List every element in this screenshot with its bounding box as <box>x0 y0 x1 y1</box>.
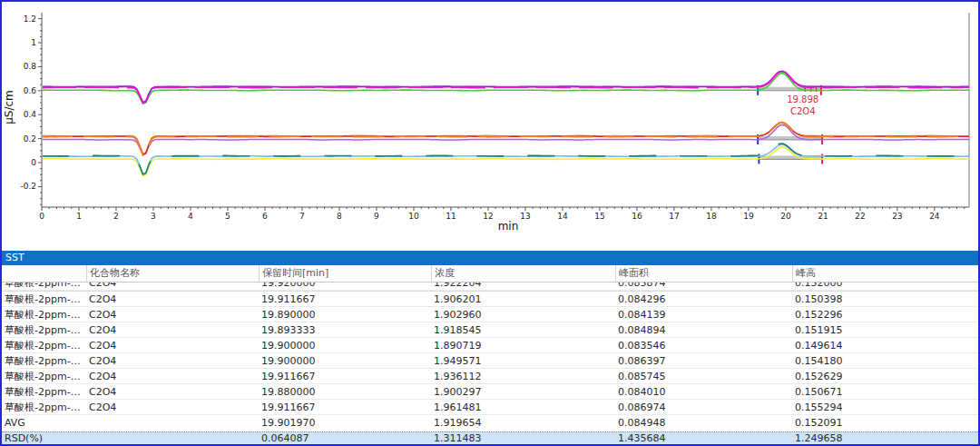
x-tick-label: 7 <box>299 212 305 221</box>
sst-table-row-cell: 1.900297 <box>431 384 615 399</box>
trace-yellow <box>42 147 970 176</box>
sst-table-row-cell: 0.086397 <box>615 353 792 368</box>
sst-rsd-row-cell: 1.311483 <box>431 432 615 445</box>
peak-compound-label: C2O4 <box>790 106 816 116</box>
sst-clipped-row-content-cell: 1.922204 <box>431 282 615 290</box>
x-tick-label: 11 <box>446 212 456 221</box>
x-axis-unit-label: min <box>498 220 519 233</box>
y-tick-label: 0.4 <box>24 110 37 119</box>
sst-table-row-cell: C2O4 <box>86 400 259 414</box>
sst-table-row-cell: C2O4 <box>86 292 259 306</box>
x-tick-label: 24 <box>929 212 940 221</box>
sst-table-header-row-cell: 峰面积 <box>615 265 792 282</box>
y-tick-label: -0.2 <box>20 182 36 191</box>
sst-rsd-row[interactable]: RSD(%)0.0640871.3114831.4356841.249658 <box>2 431 978 445</box>
sst-table-row-cell: 0.084894 <box>615 322 792 337</box>
sst-table-row-cell: C2O4 <box>86 322 259 337</box>
sst-table-header-row-cell <box>2 265 86 282</box>
x-tick-label: 8 <box>337 212 342 221</box>
sst-table-row-cell: 1.949571 <box>431 353 615 368</box>
sst-table-row[interactable]: 草酸根-2ppm-重复...C2O419.8900001.9029600.084… <box>2 307 978 322</box>
sst-table-row-cell: 1.906201 <box>431 292 615 306</box>
x-tick-label: 16 <box>632 212 642 221</box>
chromatogram-chart[interactable]: -0.200.20.40.60.811.20123456789101112131… <box>2 2 978 251</box>
sst-table-row-cell: 0.083546 <box>615 338 792 352</box>
x-tick-label: 2 <box>113 212 119 221</box>
sst-table-row-cell: 0.154180 <box>792 353 978 368</box>
sst-panel-titlebar[interactable]: SST <box>2 251 978 265</box>
sst-table-row-cell: 0.085745 <box>615 369 792 383</box>
trace-red <box>42 123 970 155</box>
x-tick-label: 6 <box>262 212 268 221</box>
y-tick-label: 1.2 <box>24 15 36 24</box>
sst-rsd-row-cell: 1.249658 <box>792 432 978 445</box>
sst-table-header-row-cell: 峰高 <box>792 265 978 282</box>
sst-table-row-cell: 19.880000 <box>259 384 431 399</box>
sst-clipped-row-content-cell: 0.152000 <box>792 282 978 290</box>
sst-rsd-row-cell: RSD(%) <box>2 432 86 445</box>
sst-table-row-cell: 19.911667 <box>259 400 431 414</box>
sst-table-row-cell: 0.084139 <box>615 307 792 322</box>
sst-table-row-cell: 0.155294 <box>792 400 978 414</box>
sst-table-row[interactable]: 草酸根-2ppm-重复...C2O419.9116671.9361120.085… <box>2 369 978 384</box>
sst-table-row-cell: 0.152629 <box>792 369 978 383</box>
chromatography-window: -0.200.20.40.60.811.20123456789101112131… <box>0 0 980 446</box>
x-tick-label: 18 <box>706 212 717 221</box>
sst-table-row-cell: 1.918545 <box>431 322 615 337</box>
sst-table-header-row-cell: 保留时间[min] <box>259 265 431 282</box>
sst-avg-row-cell: 19.901970 <box>259 415 431 431</box>
x-tick-label: 10 <box>408 212 419 221</box>
sst-panel-title: SST <box>5 252 24 263</box>
x-tick-label: 12 <box>483 212 493 221</box>
sst-table-clipped-row[interactable]: 草酸根-2ppm-重复...C2O419.9200001.9222040.085… <box>2 282 978 292</box>
x-tick-label: 19 <box>743 212 754 221</box>
x-tick-label: 3 <box>151 212 156 221</box>
sst-table-header-row-cell: 浓度 <box>431 265 615 282</box>
sst-table-row[interactable]: 草酸根-2ppm-重复...C2O419.8800001.9002970.084… <box>2 384 978 400</box>
chromatogram-traces <box>42 71 970 176</box>
sst-avg-row-cell: 1.919654 <box>431 415 615 431</box>
sst-table-row[interactable]: 草酸根-2ppm-重复...C2O419.9000001.8907190.083… <box>2 338 978 353</box>
sst-avg-row-cell: 0.084948 <box>615 415 792 431</box>
sst-table-row-cell: 19.890000 <box>259 307 431 322</box>
sst-table-row-cell: 草酸根-2ppm-重复... <box>2 353 86 368</box>
sst-clipped-row-content-cell: 0.085874 <box>615 282 792 290</box>
x-tick-label: 23 <box>892 212 902 221</box>
sst-avg-row[interactable]: AVG19.9019701.9196540.0849480.152091 <box>2 415 978 431</box>
sst-table-row-cell: 19.911667 <box>259 292 431 306</box>
trace-violet <box>42 124 970 154</box>
sst-table-row-cell: 草酸根-2ppm-重复... <box>2 384 86 399</box>
x-tick-label: 13 <box>520 212 530 221</box>
x-tick-label: 1 <box>76 212 82 221</box>
x-tick-label: 17 <box>669 212 679 221</box>
sst-table-row[interactable]: 草酸根-2ppm-重复...C2O419.8933331.9185450.084… <box>2 322 978 338</box>
x-tick-label: 14 <box>557 212 568 221</box>
sst-table-row[interactable]: 草酸根-2ppm-重复...C2O419.9116671.9062010.084… <box>2 292 978 307</box>
sst-table-row-cell: C2O4 <box>86 384 259 399</box>
peak-retention-label: 19.898 <box>787 94 818 104</box>
sst-table-row-cell: 草酸根-2ppm-重复... <box>2 307 86 322</box>
sst-results-table: 化合物名称保留时间[min]浓度峰面积峰高草酸根-2ppm-重复...C2O41… <box>2 265 978 445</box>
sst-table-row-cell: 0.149614 <box>792 338 978 352</box>
sst-table-row-cell: 1.961481 <box>431 400 615 414</box>
sst-table-row-cell: C2O4 <box>86 353 259 368</box>
sst-table-row-cell: C2O4 <box>86 369 259 383</box>
x-tick-label: 9 <box>374 212 379 221</box>
sst-table-row-cell: 0.150398 <box>792 292 978 306</box>
sst-table-row-cell: 19.900000 <box>259 338 431 352</box>
sst-clipped-row-content-cell: 19.920000 <box>259 282 431 290</box>
sst-table-row-cell: C2O4 <box>86 338 259 352</box>
x-tick-label: 20 <box>780 212 791 221</box>
sst-table-header-row[interactable]: 化合物名称保留时间[min]浓度峰面积峰高 <box>2 265 978 282</box>
sst-clipped-row-content-cell: C2O4 <box>86 282 259 290</box>
sst-table-row[interactable]: 草酸根-2ppm-重复...C2O419.9116671.9614810.086… <box>2 400 978 415</box>
trace-magenta <box>42 71 970 103</box>
sst-avg-row-cell: 0.152091 <box>792 415 978 431</box>
sst-table-row-cell: 草酸根-2ppm-重复... <box>2 292 86 306</box>
sst-table-row-cell: 1.890719 <box>431 338 615 352</box>
y-tick-label: 0.6 <box>24 86 37 95</box>
sst-table-row[interactable]: 草酸根-2ppm-重复...C2O419.9000001.9495710.086… <box>2 353 978 369</box>
sst-rsd-row-cell: 1.435684 <box>615 432 792 445</box>
sst-table-row-cell: 草酸根-2ppm-重复... <box>2 369 86 383</box>
sst-table-row-cell: 1.936112 <box>431 369 615 383</box>
